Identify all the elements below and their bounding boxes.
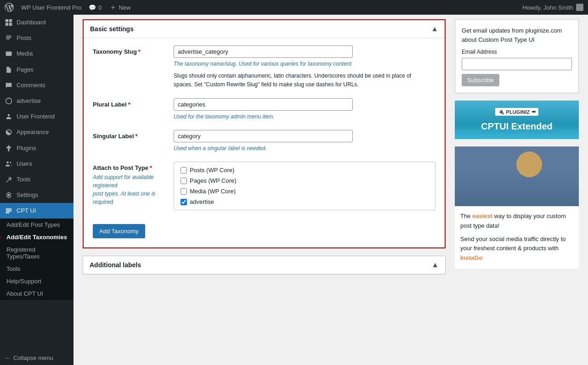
admin-user[interactable]: Howdy, John Smith [522, 4, 583, 11]
sidebar-item-appearance-label: Appearance [17, 128, 49, 136]
checkbox-posts-input[interactable] [181, 167, 187, 174]
sidebar-item-comments[interactable]: Comments [0, 78, 74, 93]
additional-labels-toggle[interactable]: ▲ [431, 261, 439, 269]
checkbox-posts[interactable]: Posts (WP Core) [181, 167, 429, 174]
sidebar-item-appearance[interactable]: Appearance [0, 124, 74, 140]
basic-settings-body: Taxonomy Slug* The taxonomy name/slug. U… [84, 38, 445, 247]
svg-point-4 [6, 98, 12, 104]
checkbox-advertise-label: advertise [190, 198, 214, 205]
sidebar-item-dashboard[interactable]: Dashboard [0, 15, 74, 30]
basic-settings-title: Basic settings [90, 25, 134, 33]
ad-intro: The [460, 213, 472, 219]
checkbox-advertise-input[interactable] [181, 199, 187, 205]
sidebar-item-advertise[interactable]: advertise [0, 93, 74, 109]
comment-icon: 💬 [89, 4, 96, 11]
new-link[interactable]: ＋ New [109, 3, 131, 12]
tools-icon [5, 175, 13, 184]
taxonomy-slug-description: Slugs should only contain alphanumeric, … [174, 72, 413, 89]
sidebar-item-comments-label: Comments [17, 81, 45, 90]
user-frontend-icon [5, 112, 13, 121]
add-taxonomy-button[interactable]: Add Taxonomy [93, 224, 145, 238]
checkbox-media-input[interactable] [181, 188, 187, 195]
sidebar-item-settings[interactable]: Settings [0, 187, 74, 203]
pluginiz-badge: 🔌 PLUGINIZ ➡ [495, 108, 538, 116]
howdy-text: Howdy, John Smith [522, 4, 573, 11]
svg-rect-1 [9, 19, 12, 22]
attach-label-col: Attach to Post Type* Add support for ava… [93, 162, 166, 206]
sidebar: Dashboard Posts Media Pages [0, 15, 74, 365]
ad-description-1: The easiest way to display your custom p… [460, 212, 573, 231]
checkbox-posts-label: Posts (WP Core) [190, 167, 234, 174]
submenu-tools[interactable]: Tools [0, 263, 74, 275]
sidebar-spacer [0, 300, 74, 351]
add-taxonomy-wrapper: Add Taxonomy [93, 219, 435, 240]
email-input[interactable] [462, 58, 572, 70]
sidebar-item-dashboard-label: Dashboard [17, 18, 46, 27]
sidebar-item-advertise-label: advertise [17, 97, 41, 105]
sidebar-item-cpt-ui-label: CPT UI [17, 207, 36, 215]
singular-label-label: Singular Label* [93, 130, 166, 140]
submenu-add-edit-post-types[interactable]: Add/Edit Post Types [0, 219, 74, 231]
submenu-help-support[interactable]: Help/Support [0, 275, 74, 287]
taxonomy-slug-input[interactable] [174, 45, 353, 58]
plug-icon: 🔌 [498, 109, 504, 115]
singular-label-row: Singular Label* Used when a singular lab… [93, 130, 435, 152]
ad-text-box: The easiest way to display your custom p… [455, 206, 579, 269]
sidebar-item-posts-label: Posts [17, 34, 32, 42]
required-marker-3: * [136, 133, 138, 140]
posts-icon [5, 34, 13, 42]
sidebar-item-posts[interactable]: Posts [0, 30, 74, 46]
sidebar-item-media[interactable]: Media [0, 46, 74, 62]
email-label: Email Address [462, 49, 572, 55]
submenu-registered-types[interactable]: Registered Types/Taxes [0, 243, 74, 263]
subscribe-button[interactable]: Subscribe [462, 74, 499, 86]
ad-image [455, 146, 579, 206]
collapse-menu-button[interactable]: ← Collapse menu [0, 351, 74, 365]
avatar [576, 4, 583, 11]
easiest-text: easiest [472, 213, 492, 219]
collapse-label: Collapse menu [13, 354, 53, 361]
attach-post-type-row: Attach to Post Type* Add support for ava… [93, 162, 435, 210]
new-label: New [119, 4, 131, 11]
comments-count: 0 [98, 4, 102, 11]
sidebar-item-tools[interactable]: Tools [0, 172, 74, 187]
site-name: WP User Frontend Pro [21, 4, 81, 11]
basic-settings-header: Basic settings ▲ [84, 20, 445, 38]
plural-label-hint: Used for the taxonomy admin menu item. [174, 112, 435, 121]
checkbox-pages-label: Pages (WP Core) [190, 177, 237, 184]
comments-icon [5, 81, 13, 90]
checkbox-pages[interactable]: Pages (WP Core) [181, 177, 429, 184]
plural-label-field: Used for the taxonomy admin menu item. [174, 98, 435, 121]
cpt-ui-submenu: Add/Edit Post Types Add/Edit Taxonomies … [0, 219, 74, 300]
attach-label: Attach to Post Type* [93, 162, 166, 171]
checkbox-pages-input[interactable] [181, 178, 187, 184]
dashboard-icon [5, 18, 13, 27]
email-subscription-box: Get email updates from pluginize.com abo… [455, 19, 579, 93]
singular-label-input[interactable] [174, 130, 353, 142]
svg-point-8 [8, 194, 10, 197]
checkbox-advertise[interactable]: advertise [181, 198, 429, 205]
checkbox-media[interactable]: Media (WP Core) [181, 188, 429, 195]
svg-rect-2 [6, 23, 8, 26]
taxonomy-slug-label: Taxonomy Slug* [93, 45, 166, 55]
sidebar-item-pages[interactable]: Pages [0, 62, 74, 78]
instago-text: InstaGo [460, 254, 482, 261]
wordpress-logo[interactable] [5, 3, 14, 12]
checkboxes-wrapper: Posts (WP Core) Pages (WP Core) Media (W… [174, 162, 435, 210]
submenu-add-edit-taxonomies[interactable]: Add/Edit Taxonomies [0, 231, 74, 243]
submenu-about-cpt-ui[interactable]: About CPT UI [0, 287, 74, 300]
sidebar-item-plugins-label: Plugins [17, 144, 36, 152]
additional-labels-title: Additional labels [90, 261, 141, 269]
sidebar-item-users[interactable]: Users [0, 156, 74, 172]
svg-point-7 [10, 162, 11, 163]
users-icon [5, 160, 13, 168]
sidebar-wrapper: Dashboard Posts Media Pages [0, 15, 74, 365]
sidebar-item-plugins[interactable]: Plugins [0, 140, 74, 156]
sidebar-item-user-frontend[interactable]: User Frontend [0, 109, 74, 124]
basic-settings-toggle[interactable]: ▲ [431, 25, 438, 33]
comments-link[interactable]: 💬 0 [89, 4, 102, 11]
site-name-link[interactable]: WP User Frontend Pro [21, 4, 81, 11]
plural-label-input[interactable] [174, 98, 353, 111]
arrow-icon: ➡ [531, 109, 536, 115]
sidebar-item-cpt-ui[interactable]: CPT UI [0, 203, 74, 219]
